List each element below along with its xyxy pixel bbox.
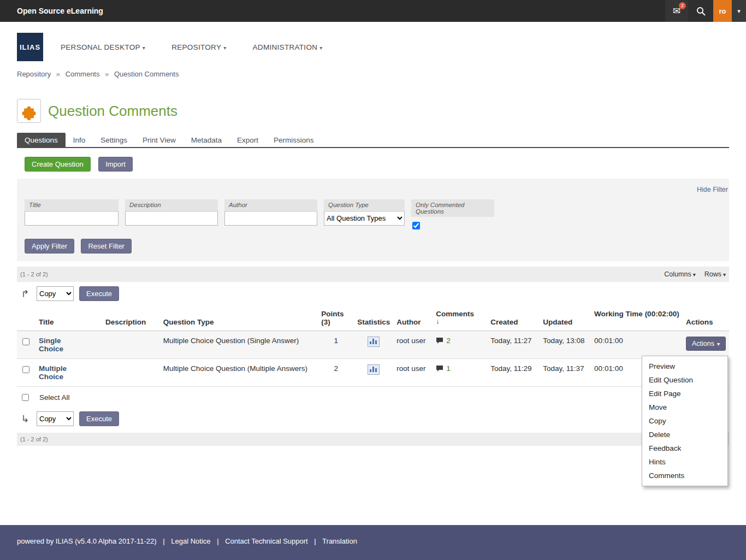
ilias-logo[interactable]: ILIAS [17, 33, 43, 61]
menu-item-move[interactable]: Move [642, 400, 727, 414]
footer-separator: | [217, 537, 218, 545]
search-button[interactable] [688, 0, 713, 22]
caret-down-icon: ▾ [319, 45, 322, 51]
topbar-actions: ✉ 2 ro ▾ [665, 0, 746, 22]
question-pool-icon [17, 99, 41, 123]
question-title-link[interactable]: Single Choice [39, 337, 63, 353]
bar-chart-icon [369, 366, 378, 373]
column-header-select [17, 305, 35, 331]
sort-desc-icon: ↓ [436, 318, 484, 325]
menu-item-feedback[interactable]: Feedback [642, 441, 727, 455]
content: Create Question Import Hide Filter Title… [17, 148, 729, 446]
bulk-action-select-bottom[interactable]: Copy [37, 411, 74, 426]
apply-filter-button[interactable]: Apply Filter [25, 239, 74, 254]
statistics-button[interactable] [368, 337, 380, 347]
filter-only-commented-checkbox[interactable] [412, 222, 420, 229]
menu-item-preview[interactable]: Preview [642, 359, 727, 373]
column-header-question-type[interactable]: Question Type [160, 305, 318, 331]
caret-down-icon: ▾ [723, 272, 726, 278]
footer-link-translation[interactable]: Translation [322, 537, 357, 545]
filter-question-type-select[interactable]: All Question Types [324, 211, 405, 226]
apply-to-selection-down-icon: ↳ [19, 413, 31, 425]
user-avatar-button[interactable]: ro [713, 0, 732, 22]
breadcrumb-comments[interactable]: Comments [66, 70, 100, 78]
hide-filter-link[interactable]: Hide Filter [697, 186, 728, 193]
mail-badge: 2 [679, 2, 686, 9]
tab-questions[interactable]: Questions [17, 133, 66, 147]
column-header-points[interactable]: Points (3) [318, 305, 354, 331]
column-header-working-time[interactable]: Working Time (00:02:00) [591, 305, 683, 331]
tabs-bar: Questions Info Settings Print View Metad… [17, 133, 729, 148]
column-header-comments[interactable]: Comments ↓ [433, 305, 487, 331]
apply-to-selection-up-icon: ↱ [19, 288, 31, 300]
nav-repository[interactable]: REPOSITORY▾ [171, 43, 226, 51]
topbar: Open Source eLearning ✉ 2 ro ▾ [0, 0, 746, 22]
mail-button[interactable]: ✉ 2 [665, 0, 688, 22]
footer-link-legal-notice[interactable]: Legal Notice [171, 537, 210, 545]
breadcrumb-repository[interactable]: Repository [17, 70, 51, 78]
tab-metadata[interactable]: Metadata [183, 133, 229, 147]
row-actions-button[interactable]: Actions▾ [686, 337, 726, 351]
row-checkbox[interactable] [22, 366, 29, 373]
tab-export[interactable]: Export [229, 133, 266, 147]
statistics-button[interactable] [368, 364, 380, 375]
actions-dropdown-menu: Preview Edit Question Edit Page Move Cop… [642, 356, 728, 486]
column-header-statistics: Statistics [354, 305, 393, 331]
caret-down-icon: ▾ [693, 272, 696, 278]
comments-link[interactable]: 1 [436, 364, 484, 373]
tab-settings[interactable]: Settings [93, 133, 135, 147]
filter-author-label: Author [224, 199, 317, 210]
question-title-link[interactable]: Multiple Choice [39, 364, 67, 381]
execute-button-bottom[interactable]: Execute [79, 411, 119, 426]
footer-link-contact-support[interactable]: Contact Technical Support [225, 537, 308, 545]
breadcrumb: Repository » Comments » Question Comment… [0, 64, 746, 80]
row-checkbox[interactable] [22, 338, 29, 345]
menu-item-edit-question[interactable]: Edit Question [642, 373, 727, 387]
breadcrumb-question-comments[interactable]: Question Comments [114, 70, 179, 78]
comment-bubble-icon [436, 337, 443, 344]
tab-permissions[interactable]: Permissions [266, 133, 322, 147]
execute-button-top[interactable]: Execute [79, 286, 119, 301]
tab-print-view[interactable]: Print View [135, 133, 183, 147]
menu-item-copy[interactable]: Copy [642, 414, 727, 428]
page: Open Source eLearning ✉ 2 ro ▾ ILIAS PER… [0, 0, 746, 560]
reset-filter-button[interactable]: Reset Filter [81, 239, 131, 254]
main-nav: PERSONAL DESKTOP▾ REPOSITORY▾ ADMINISTRA… [61, 43, 323, 51]
result-range: (1 - 2 of 2) [20, 271, 48, 278]
menu-item-hints[interactable]: Hints [642, 455, 727, 469]
create-question-button[interactable]: Create Question [25, 157, 91, 172]
filter-title-label: Title [25, 199, 119, 210]
rows-dropdown[interactable]: Rows▾ [704, 270, 726, 278]
footer-separator: | [314, 537, 316, 545]
column-header-updated[interactable]: Updated [540, 305, 591, 331]
column-header-created[interactable]: Created [487, 305, 540, 331]
questions-table: Title Description Question Type Points (… [17, 305, 729, 387]
app-title: Open Source eLearning [0, 0, 665, 22]
footer: powered by ILIAS (v5.4.0 Alpha 2017-11-2… [0, 525, 746, 560]
breadcrumb-separator: » [56, 70, 60, 78]
user-menu-caret[interactable]: ▾ [732, 0, 746, 22]
column-header-actions: Actions [683, 305, 729, 331]
column-header-title[interactable]: Title [35, 305, 102, 331]
column-header-description[interactable]: Description [102, 305, 160, 331]
filter-title-input[interactable] [25, 211, 119, 226]
column-header-author[interactable]: Author [393, 305, 433, 331]
bulk-action-select-top[interactable]: Copy [37, 286, 74, 301]
caret-down-icon: ▾ [223, 45, 226, 51]
menu-item-comments[interactable]: Comments [642, 469, 727, 482]
filter-author-input[interactable] [224, 211, 317, 226]
question-points: 1 [318, 331, 354, 359]
result-range-bottom: (1 - 2 of 2) [17, 433, 729, 446]
tab-info[interactable]: Info [66, 133, 93, 147]
menu-item-delete[interactable]: Delete [642, 428, 727, 441]
nav-administration[interactable]: ADMINISTRATION▾ [253, 43, 323, 51]
import-button[interactable]: Import [98, 157, 133, 172]
filter-description-label: Description [125, 199, 218, 210]
search-icon [696, 7, 706, 16]
filter-description-input[interactable] [125, 211, 218, 226]
menu-item-edit-page[interactable]: Edit Page [642, 387, 727, 400]
columns-dropdown[interactable]: Columns▾ [664, 270, 695, 278]
comments-link[interactable]: 2 [436, 337, 484, 345]
nav-personal-desktop[interactable]: PERSONAL DESKTOP▾ [61, 43, 145, 51]
select-all-checkbox[interactable] [22, 394, 29, 401]
